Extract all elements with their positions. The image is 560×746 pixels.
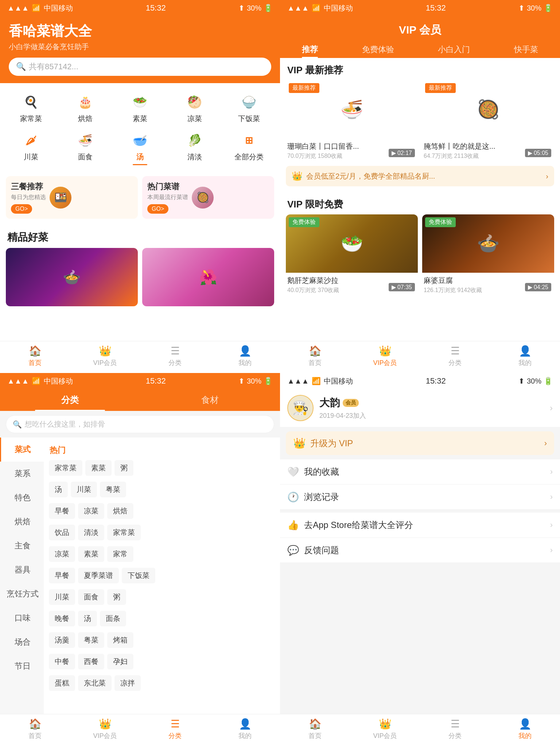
sidebar-item-tools[interactable]: 器具 (0, 558, 44, 582)
cat-tag-chuan2[interactable]: 川菜 (71, 482, 97, 497)
cat-sucai[interactable]: 🥗 素菜 (113, 89, 167, 127)
cat-tab-classify[interactable]: 分类 (0, 389, 140, 411)
cat-tag-jiachang2[interactable]: 家常菜 (49, 460, 82, 476)
cat-chuan[interactable]: 🌶 川菜 (4, 127, 58, 169)
cat-tag-kaoxiang[interactable]: 烤箱 (107, 632, 133, 648)
cat-tag-yunfu[interactable]: 孕妇 (107, 654, 133, 669)
cat-tag-jiachang4[interactable]: 家常 (107, 546, 133, 562)
cat-tag-mian2[interactable]: 面食 (78, 589, 104, 605)
cat-tag-liangban[interactable]: 凉拌 (114, 675, 141, 691)
nav-mine[interactable]: 👤 我的 (210, 345, 280, 367)
cat-tag-sucai2[interactable]: 素菜 (85, 460, 112, 476)
nav-home[interactable]: 🏠 首页 (0, 345, 70, 367)
sidebar-item-cooking[interactable]: 烹饪方式 (0, 582, 44, 606)
cat-tag-yinpin[interactable]: 饮品 (49, 525, 75, 540)
vip-upgrade-banner[interactable]: 👑 升级为 VIP › (286, 431, 554, 455)
cat-tag-tang2[interactable]: 汤 (49, 482, 68, 497)
sidebar-item-baking[interactable]: 烘焙 (0, 510, 44, 534)
vip-nav-cat[interactable]: ☰ 分类 (420, 345, 490, 367)
banner-sancai-go[interactable]: GO> (11, 204, 32, 214)
cat-tang[interactable]: 🥣 汤 (113, 127, 167, 169)
vip-nav-vip[interactable]: 👑 VIP会员 (350, 345, 420, 367)
cat-tag-zaocan[interactable]: 早餐 (49, 503, 75, 519)
sidebar-item-cuisine[interactable]: 菜系 (0, 462, 44, 486)
cat-hongpei[interactable]: 🎂 烘焙 (58, 89, 113, 127)
sidebar-item-taste[interactable]: 口味 (0, 606, 44, 630)
cat-tag-qing2[interactable]: 清淡 (78, 525, 104, 540)
profile-nav-vip[interactable]: 👑 VIP会员 (350, 718, 420, 740)
vip-nav-home[interactable]: 🏠 首页 (280, 345, 350, 367)
wifi-icon-2: 📶 (312, 4, 321, 12)
cat-tag-wancan[interactable]: 晚餐 (49, 611, 75, 626)
cat-tag-hong2[interactable]: 烘焙 (107, 503, 133, 519)
cat-tag-zhou2[interactable]: 粥 (107, 589, 126, 605)
banner-sancai[interactable]: 三餐推荐 每日为您精选 GO> 🍱 (6, 176, 138, 219)
cat-tag-su2[interactable]: 素菜 (78, 546, 104, 562)
menu-feedback[interactable]: 💬 反馈问题 › (280, 538, 560, 563)
cat-mian[interactable]: 🍜 面食 (58, 127, 113, 169)
cat-tabs: 分类 食材 (0, 389, 280, 411)
vip-tab-recommend[interactable]: 推荐 (302, 44, 318, 58)
sidebar-item-festival[interactable]: 节日 (0, 654, 44, 678)
cat-jiachang[interactable]: 🍳 家常菜 (4, 89, 58, 127)
sidebar-item-special[interactable]: 特色 (0, 486, 44, 510)
vip-card-1[interactable]: 🍜 最新推荐 ▶ 02:17 珊瑚白菜丨口口留香... 70.0万浏览 1580… (286, 80, 418, 160)
vip-nav-mine[interactable]: 👤 我的 (490, 345, 560, 367)
recipe-card-2[interactable]: 🌺 (142, 248, 274, 306)
cat-nav-cat[interactable]: ☰ 分类 (140, 718, 210, 740)
vip-tab-quick[interactable]: 快手菜 (514, 44, 538, 58)
nav-cat[interactable]: ☰ 分类 (140, 345, 210, 367)
cat-tag-zaocan2[interactable]: 早餐 (49, 568, 75, 583)
profile-header[interactable]: 👨‍🍳 大韵 会员 2019-04-23加入 › (280, 389, 560, 427)
menu-favorites[interactable]: 🤍 我的收藏 › (280, 459, 560, 485)
cat-tag-zhongcan[interactable]: 中餐 (49, 654, 75, 669)
cat-tag-xican[interactable]: 西餐 (78, 654, 104, 669)
vip-card-2[interactable]: 🥘 最新推荐 ▶ 05:05 腌笃鲜丨吃的就是这... 64.7万浏览 2113… (422, 80, 554, 160)
upgrade-crown-icon: 👑 (293, 437, 306, 449)
cat-tag-chuan3[interactable]: 川菜 (49, 589, 75, 605)
recipe-card-1[interactable]: 🍲 (6, 248, 138, 306)
cat-tag-xiafan2[interactable]: 下饭菜 (122, 568, 155, 583)
menu-history[interactable]: 🕐 浏览记录 › (280, 485, 560, 510)
cat-nav-vip[interactable]: 👑 VIP会员 (70, 718, 140, 740)
cat-tag-yue[interactable]: 粤菜 (100, 482, 126, 497)
cat-tag-tang3[interactable]: 汤 (78, 611, 97, 626)
banner-hot-go[interactable]: GO> (147, 204, 168, 214)
cat-tag-jiachang3[interactable]: 家常菜 (107, 525, 141, 540)
banner-hot-img: 🥘 (192, 187, 214, 209)
banner-hotrecipe[interactable]: 热门菜谱 本周最流行菜谱 GO> 🥘 (142, 176, 274, 219)
profile-nav-home[interactable]: 🏠 首页 (280, 718, 350, 740)
profile-nav-mine[interactable]: 👤 我的 (490, 718, 560, 740)
vip-promo-banner[interactable]: 👑 会员低至2元/月，免费学全部精品名厨... › (286, 166, 554, 186)
cat-nav-mine[interactable]: 👤 我的 (210, 718, 280, 740)
cat-tag-zhou[interactable]: 粥 (114, 460, 133, 476)
cat-nav-cat-label: 分类 (168, 731, 182, 740)
cat-all[interactable]: ⊞ 全部分类 (222, 127, 276, 169)
cat-qingdan[interactable]: 🥬 清淡 (167, 127, 222, 169)
cat-tag-miantiao[interactable]: 面条 (100, 611, 126, 626)
cat-tag-dongbei[interactable]: 东北菜 (78, 675, 112, 691)
history-icon: 🕐 (287, 491, 299, 503)
sidebar-item-staple[interactable]: 主食 (0, 534, 44, 558)
sidebar-item-occasion[interactable]: 场合 (0, 630, 44, 654)
search-bar[interactable]: 🔍 共有857142... (9, 58, 271, 76)
cat-tag-dangao[interactable]: 蛋糕 (49, 675, 75, 691)
cat-tag-yue2[interactable]: 粤菜 (78, 632, 104, 648)
cat-tag-xiaji[interactable]: 夏季菜谱 (78, 568, 119, 583)
menu-appstore[interactable]: 👍 去App Store给菜谱大全评分 › (280, 513, 560, 538)
cat-tab-ingredient[interactable]: 食材 (140, 389, 280, 411)
vip-free-card-1[interactable]: 🥗 免费体验 ▶ 07:35 鹅肝芝麻菜沙拉 40.0万浏览 370收藏 (286, 214, 418, 294)
cat-nav-home[interactable]: 🏠 首页 (0, 718, 70, 740)
cat-tag-tanggeng[interactable]: 汤羹 (49, 632, 75, 648)
cat-liangcai[interactable]: 🥙 凉菜 (167, 89, 222, 127)
nav-vip[interactable]: 👑 VIP会员 (70, 345, 140, 367)
cat-xiafan[interactable]: 🍚 下饭菜 (222, 89, 276, 127)
cat-search-bar[interactable]: 🔍 想吃什么搜这里，如排骨 (6, 415, 274, 433)
cat-tag-liang3[interactable]: 凉菜 (49, 546, 75, 562)
cat-tag-liang2[interactable]: 凉菜 (78, 503, 104, 519)
vip-tab-beginner[interactable]: 小白入门 (438, 44, 470, 58)
profile-nav-cat[interactable]: ☰ 分类 (420, 718, 490, 740)
sidebar-item-cuisinetype[interactable]: 菜式 (0, 438, 44, 462)
vip-tab-free[interactable]: 免费体验 (362, 44, 394, 58)
vip-free-card-2[interactable]: 🍲 免费体验 ▶ 04:25 麻婆豆腐 126.1万浏览 9142收藏 (422, 214, 554, 294)
